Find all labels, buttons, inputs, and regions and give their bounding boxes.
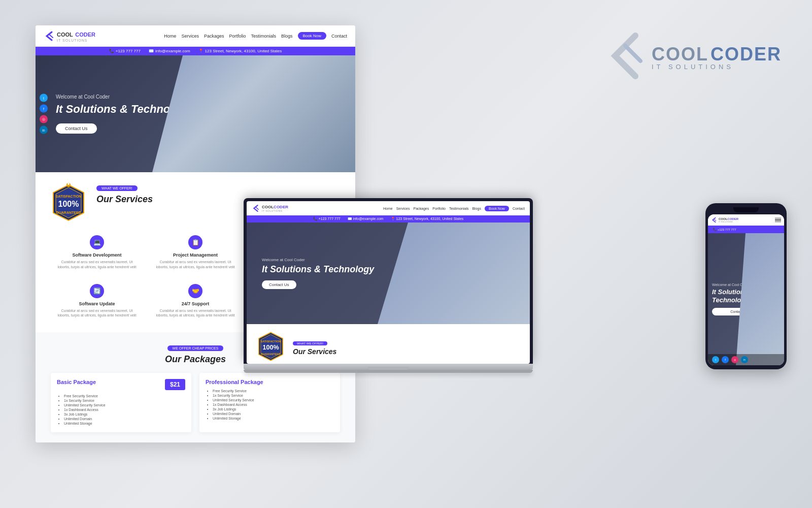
list-item: Unlimited Domain [64,417,185,421]
mobile-phone-button[interactable]: 📞 +123 777 777 [710,227,739,232]
list-item: Unlimited Storage [64,422,185,425]
hamburger-menu-icon[interactable] [775,218,781,223]
services-title: Our Services [96,194,153,205]
laptop-hero-image [378,223,530,324]
mobile-logo: COOLCODER IT SOLUTIONS [711,216,738,224]
package-basic-price: $21 [165,379,185,390]
service-icon-2: 📋 [188,235,202,249]
list-item: Unlimited Security Service [64,403,185,407]
package-basic: Basic Package $21 Free Security Service … [51,373,191,432]
laptop-nav-portfolio[interactable]: Portfolio [432,207,446,210]
site-nav: COOL CODER IT SOLUTIONS Home Services Pa… [36,25,355,47]
laptop-logo: COOLCODER IT SOLUTIONS [252,204,288,213]
laptop-screen: COOLCODER IT SOLUTIONS Home Services Pac… [244,198,533,364]
list-item: Unlimited Security Service [213,398,334,402]
linkedin-icon[interactable]: in [40,126,48,134]
mobile-linkedin-icon[interactable]: in [741,356,748,363]
laptop-services-title: Our Services [293,347,336,356]
address-info: 📍 123 Street, Newyork, 43100, United Sta… [198,49,282,53]
package-basic-name: Basic Package [57,379,96,385]
laptop-nav-packages[interactable]: Packages [414,207,429,210]
svg-text:100%: 100% [58,200,79,208]
nav-logo-coder: CODER [75,31,95,38]
service-card-2: 📋 Project Management Curabitur at arcu s… [149,231,242,274]
package-professional: Professional Package Free Security Servi… [199,373,340,432]
service-desc-4: Curabitur at arcu sed ex venenatis laore… [55,308,139,319]
services-badge: WHAT WE OFFER! [96,185,138,191]
nav-home[interactable]: Home [164,34,176,39]
laptop-hero-cta[interactable]: Contact Us [262,280,296,289]
twitter-icon[interactable]: t [40,94,48,102]
hero-social-icons: t f ◎ in [40,94,48,134]
satisfaction-badge: SATISFACTION 100% GUARANTEED [51,182,86,223]
service-desc-1: Curabitur at arcu sed ex venenatis laore… [55,260,139,270]
mobile-notch [733,207,759,212]
list-item: Free Security Service [213,389,334,393]
nav-logo-sub: IT SOLUTIONS [57,39,95,42]
package-basic-features: Free Security Service 1x Security Servic… [57,394,185,425]
svg-point-6 [67,183,70,185]
list-item: 1x Security Service [64,399,185,402]
brand-logo-area: COOL CODER IT SOLUTIONS [605,30,782,83]
service-name-2: Project Management [153,252,238,258]
service-name-4: Software Update [55,301,139,306]
service-desc-2: Curabitur at arcu sed ex venenatis laore… [153,260,238,270]
list-item: 1x Security Service [213,394,334,397]
nav-contact[interactable]: Contact [331,34,347,39]
nav-logo-cool: COOL [57,31,73,38]
laptop-services-badge: WHAT WE OFFER! [293,341,327,345]
package-pro-features: Free Security Service 1x Security Servic… [206,389,334,420]
nav-book-button[interactable]: Book Now [298,32,326,40]
mobile-twitter-icon[interactable]: t [712,356,719,363]
mobile-instagram-icon[interactable]: ◎ [731,356,738,363]
laptop-phone: 📞 +123 777 777 [313,217,341,221]
info-bar: 📞 +123 777 777 ✉️ info@example.com 📍 123… [36,47,355,55]
laptop-info-bar: 📞 +123 777 777 ✉️ info@example.com 📍 123… [247,215,530,223]
brand-icon [605,30,646,83]
brand-coder-text: CODER [710,44,782,65]
laptop-nav-home[interactable]: Home [383,207,393,210]
packages-grid: Basic Package $21 Free Security Service … [51,373,340,432]
mobile-hero-image [736,233,784,365]
instagram-icon[interactable]: ◎ [40,115,48,123]
laptop-book-button[interactable]: Book Now [485,206,509,211]
laptop-nav-contact[interactable]: Contact [513,207,525,210]
svg-text:SATISFACTION: SATISFACTION [261,340,281,343]
mobile-hero: Welcome at Cool Coder It Solutions & Tec… [708,233,784,365]
laptop-screen-inner: COOLCODER IT SOLUTIONS Home Services Pac… [247,201,530,364]
svg-text:100%: 100% [262,344,279,351]
mobile-mockup: COOLCODER IT SOLUTIONS 📞 +123 777 777 We… [705,203,787,369]
brand-name: COOL CODER IT SOLUTIONS [652,44,782,71]
mobile-facebook-icon[interactable]: f [722,356,729,363]
mobile-social-bar: t f ◎ in [708,354,784,365]
hero-cta-button[interactable]: Contact Us [56,123,97,134]
mobile-frame: COOLCODER IT SOLUTIONS 📞 +123 777 777 We… [705,203,787,369]
service-name-5: 24/7 Support [153,301,238,306]
laptop-nav-services[interactable]: Services [396,207,410,210]
laptop-services-preview: SATISFACTION 100% GUARANTEED WHAT WE OFF… [247,324,530,364]
service-icon-5: 🤝 [188,284,202,298]
service-desc-5: Curabitur at arcu sed ex venenatis laore… [153,308,238,319]
hero-image [152,55,355,172]
nav-packages[interactable]: Packages [204,34,224,39]
svg-text:SATISFACTION: SATISFACTION [56,195,82,198]
nav-testimonials[interactable]: Testimonials [251,34,276,39]
list-item: 3x Job Listings [64,412,185,416]
list-item: Free Security Service [64,394,185,398]
laptop-address: 📍 123 Street, Newyork, 43100, United Sta… [391,217,464,221]
service-card-1: 💻 Software Development Curabitur at arcu… [51,231,143,274]
service-card-4: 🔄 Software Update Curabitur at arcu sed … [51,280,143,323]
laptop-nav-testimonials[interactable]: Testimonials [449,207,469,210]
facebook-icon[interactable]: f [40,105,48,113]
laptop-nav-blogs[interactable]: Blogs [472,207,481,210]
nav-services[interactable]: Services [181,34,199,39]
laptop-nav-links: Home Services Packages Portfolio Testimo… [383,206,525,211]
brand-subtitle: IT SOLUTIONS [652,63,782,71]
nav-portfolio[interactable]: Portfolio [229,34,246,39]
phone-info: 📞 +123 777 777 [109,49,141,53]
package-pro-name: Professional Package [206,379,263,385]
list-item: 1x Dashboard Access [64,408,185,411]
nav-blogs[interactable]: Blogs [281,34,293,39]
packages-badge: WE OFFER CHEAP PRICES [167,345,224,351]
laptop-hero: Welcome at Cool Coder It Solutions & Tec… [247,223,530,324]
